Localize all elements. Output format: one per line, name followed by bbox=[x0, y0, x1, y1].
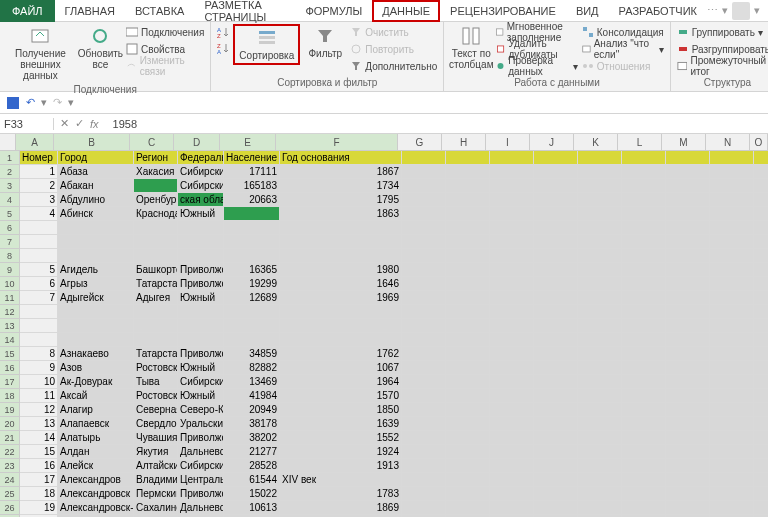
cell[interactable] bbox=[666, 207, 710, 221]
cell[interactable] bbox=[280, 319, 402, 333]
cell[interactable]: Агидель bbox=[58, 263, 134, 277]
cell[interactable] bbox=[490, 333, 534, 347]
cell[interactable] bbox=[578, 445, 622, 459]
cell[interactable] bbox=[578, 403, 622, 417]
cell[interactable]: Татарстан bbox=[134, 277, 178, 291]
worksheet-grid[interactable]: ABCDEFGHIJKLMNO 123456789101112131415161… bbox=[0, 134, 768, 517]
row-header[interactable]: 21 bbox=[0, 431, 20, 445]
cell[interactable] bbox=[754, 417, 768, 431]
cell[interactable]: Владимир bbox=[134, 473, 178, 487]
cell[interactable] bbox=[534, 459, 578, 473]
cell[interactable]: 12689 bbox=[224, 291, 280, 305]
cell[interactable] bbox=[58, 249, 134, 263]
cell[interactable] bbox=[134, 305, 178, 319]
cell[interactable] bbox=[280, 221, 402, 235]
cell[interactable]: 4 bbox=[20, 207, 58, 221]
cell[interactable] bbox=[754, 319, 768, 333]
cell[interactable]: Южный bbox=[178, 389, 224, 403]
cell[interactable] bbox=[534, 207, 578, 221]
cell[interactable] bbox=[446, 179, 490, 193]
cell[interactable] bbox=[622, 207, 666, 221]
cell[interactable]: Абакан bbox=[58, 179, 134, 193]
cell[interactable] bbox=[622, 389, 666, 403]
cell[interactable]: Ростовска bbox=[134, 361, 178, 375]
relationships-button[interactable]: Отношения bbox=[582, 58, 664, 74]
cell[interactable] bbox=[534, 501, 578, 515]
cell[interactable] bbox=[710, 389, 754, 403]
cell[interactable]: 21277 bbox=[224, 445, 280, 459]
cell[interactable]: 10 bbox=[20, 375, 58, 389]
row-header[interactable]: 13 bbox=[0, 319, 20, 333]
cell[interactable] bbox=[490, 235, 534, 249]
cell[interactable]: 1924 bbox=[280, 445, 402, 459]
cell[interactable] bbox=[578, 235, 622, 249]
cell[interactable] bbox=[58, 333, 134, 347]
cell[interactable] bbox=[490, 417, 534, 431]
cell[interactable] bbox=[578, 501, 622, 515]
cell[interactable] bbox=[578, 473, 622, 487]
cell[interactable] bbox=[666, 193, 710, 207]
cell[interactable] bbox=[710, 417, 754, 431]
cell[interactable] bbox=[578, 207, 622, 221]
cell[interactable] bbox=[490, 291, 534, 305]
cell[interactable] bbox=[622, 473, 666, 487]
cell[interactable] bbox=[710, 375, 754, 389]
row-header[interactable]: 5 bbox=[0, 207, 20, 221]
user-area[interactable]: ⋯▾▾ bbox=[707, 2, 768, 20]
col-header-D[interactable]: D bbox=[174, 134, 220, 151]
cell[interactable] bbox=[534, 277, 578, 291]
edit-links-button[interactable]: Изменить связи bbox=[126, 58, 204, 74]
cell[interactable] bbox=[578, 291, 622, 305]
cell[interactable] bbox=[754, 431, 768, 445]
cell[interactable]: 7 bbox=[20, 291, 58, 305]
what-if-button[interactable]: Анализ "что если" ▾ bbox=[582, 41, 664, 57]
col-header-F[interactable]: F bbox=[276, 134, 398, 151]
cell[interactable] bbox=[280, 305, 402, 319]
cell[interactable] bbox=[178, 249, 224, 263]
cell[interactable] bbox=[446, 151, 490, 165]
cell[interactable] bbox=[710, 473, 754, 487]
cell[interactable] bbox=[578, 319, 622, 333]
cell[interactable]: 16365 bbox=[224, 263, 280, 277]
cell[interactable] bbox=[280, 249, 402, 263]
cell[interactable] bbox=[402, 487, 446, 501]
cell[interactable] bbox=[224, 305, 280, 319]
col-header-J[interactable]: J bbox=[530, 134, 574, 151]
cell[interactable] bbox=[534, 165, 578, 179]
cell[interactable] bbox=[710, 431, 754, 445]
cell[interactable] bbox=[134, 235, 178, 249]
cell[interactable] bbox=[490, 389, 534, 403]
cell[interactable] bbox=[446, 263, 490, 277]
cell[interactable] bbox=[666, 305, 710, 319]
cell[interactable] bbox=[178, 235, 224, 249]
cell[interactable] bbox=[402, 319, 446, 333]
col-header-L[interactable]: L bbox=[618, 134, 662, 151]
reapply-filter-button[interactable]: Повторить bbox=[350, 41, 437, 57]
cell[interactable] bbox=[446, 361, 490, 375]
cell[interactable]: Хакасия bbox=[134, 165, 178, 179]
cell[interactable]: Башкортс bbox=[134, 263, 178, 277]
header-cell[interactable]: Год основания bbox=[280, 151, 402, 165]
cell[interactable] bbox=[622, 361, 666, 375]
cell[interactable] bbox=[446, 235, 490, 249]
cell[interactable] bbox=[622, 403, 666, 417]
cell[interactable] bbox=[754, 179, 768, 193]
header-cell[interactable]: Федеральн bbox=[178, 151, 224, 165]
cell[interactable]: 38178 bbox=[224, 417, 280, 431]
col-header-N[interactable]: N bbox=[706, 134, 750, 151]
cell[interactable] bbox=[402, 221, 446, 235]
cell[interactable]: 19 bbox=[20, 501, 58, 515]
cell[interactable] bbox=[666, 361, 710, 375]
cell[interactable] bbox=[490, 179, 534, 193]
cell[interactable]: 20949 bbox=[224, 403, 280, 417]
cell[interactable] bbox=[534, 235, 578, 249]
cell[interactable] bbox=[178, 333, 224, 347]
row-header[interactable]: 7 bbox=[0, 235, 20, 249]
cell[interactable]: 1639 bbox=[280, 417, 402, 431]
cell[interactable] bbox=[534, 221, 578, 235]
cell[interactable] bbox=[710, 179, 754, 193]
cell[interactable] bbox=[446, 473, 490, 487]
cell[interactable] bbox=[446, 389, 490, 403]
cell[interactable] bbox=[578, 389, 622, 403]
cell[interactable]: 1964 bbox=[280, 375, 402, 389]
